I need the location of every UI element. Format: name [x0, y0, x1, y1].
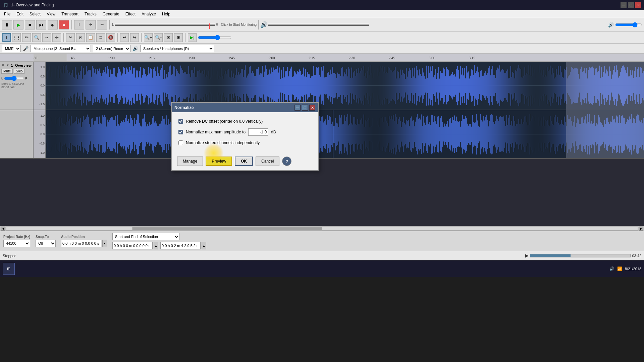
close-button[interactable]: ✕ — [635, 2, 641, 8]
zoom-tool[interactable]: 🔍 — [32, 33, 41, 42]
empty-area — [0, 159, 644, 226]
maximize-button[interactable]: □ — [628, 2, 634, 8]
zoom-sel-button[interactable]: ⊞ — [174, 33, 183, 42]
system-tray: 🔊 📶 8/21/2018 — [609, 266, 641, 271]
normalize-amp-checkbox[interactable] — [178, 130, 183, 134]
position-up[interactable]: ▲ — [102, 240, 107, 247]
play-sel-button[interactable]: ▶| — [188, 33, 197, 42]
menu-generate[interactable]: Generate — [100, 11, 122, 17]
status-text: Stopped. — [3, 254, 17, 258]
host-select[interactable]: MME — [2, 45, 21, 52]
microphone-select[interactable]: Microphone (2- Sound Bla — [31, 45, 91, 52]
menu-help[interactable]: Help — [159, 11, 173, 17]
help-button[interactable]: ? — [282, 157, 291, 166]
scrollbar-track[interactable] — [6, 227, 638, 231]
time-shift-tool[interactable]: ↔ — [42, 33, 51, 42]
tray-network[interactable]: 📶 — [617, 266, 622, 271]
rate-select[interactable]: 44100 — [3, 240, 30, 247]
dialog-title: Normalize — [174, 105, 194, 110]
menu-edit[interactable]: Edit — [14, 11, 26, 17]
next-button[interactable]: ⏭ — [48, 20, 58, 29]
trim-button[interactable]: ⊐ — [96, 33, 105, 42]
draw-tool[interactable]: ✏ — [97, 20, 107, 29]
cursor-tool[interactable]: I — [2, 33, 11, 42]
selection-type-select[interactable]: Start and End of Selection — [112, 233, 179, 240]
zoom-fit-button[interactable]: ⊡ — [164, 33, 173, 42]
channels-select[interactable]: 2 (Stereo) Recor — [93, 45, 130, 52]
menu-effect[interactable]: Effect — [123, 11, 138, 17]
undo-button[interactable]: ↩ — [120, 33, 129, 42]
dialog-buttons: Manage Preview OK Cancel ? — [172, 154, 318, 170]
envelope-tool[interactable]: ⋮⋮ — [12, 33, 21, 42]
taskbar: ⊞ 🔊 📶 8/21/2018 — [0, 260, 644, 277]
menu-select[interactable]: Select — [27, 11, 43, 17]
selection-start-marker — [333, 110, 333, 158]
scroll-left-button[interactable]: ◀ — [1, 227, 5, 231]
zoom-in-button[interactable]: 🔍+ — [144, 33, 153, 42]
menu-view[interactable]: View — [44, 11, 58, 17]
menu-tracks[interactable]: Tracks — [82, 11, 99, 17]
dc-offset-checkbox[interactable] — [178, 119, 183, 124]
playback-progress-bar[interactable] — [530, 254, 631, 257]
copy-button[interactable]: ⎘ — [76, 33, 85, 42]
dialog-close-button[interactable]: ✕ — [309, 105, 315, 111]
dialog-minimize-button[interactable]: ─ — [294, 105, 301, 111]
position-input[interactable] — [61, 240, 101, 247]
multi-tool-btn[interactable]: ✛ — [52, 33, 61, 42]
main-track-area: ✕ ▾ 1- Overview Mute Solo L R Stereo, 44… — [0, 62, 644, 159]
dc-offset-row: Remove DC offset (center on 0.0 vertical… — [178, 119, 311, 124]
preview-button[interactable]: Preview — [206, 157, 232, 166]
bottom-play-button[interactable]: ▶ — [525, 253, 529, 258]
track-close-1[interactable]: ✕ — [1, 63, 4, 67]
paste-button[interactable]: 📋 — [86, 33, 95, 42]
snap-label: Snap-To — [36, 235, 56, 239]
playback-speed[interactable] — [198, 35, 231, 40]
redo-button[interactable]: ↪ — [130, 33, 139, 42]
sel-start-up[interactable]: ▲ — [154, 242, 158, 249]
app-icon: 🎵 — [3, 2, 8, 8]
silence-button[interactable]: 🔇 — [106, 33, 115, 42]
snap-select[interactable]: Off — [36, 240, 56, 247]
pan-slider-1[interactable] — [4, 76, 24, 81]
cancel-button[interactable]: Cancel — [256, 157, 279, 166]
play-button[interactable]: ▶ — [13, 20, 23, 29]
minimize-button[interactable]: ─ — [621, 2, 627, 8]
volume-slider[interactable] — [615, 22, 642, 27]
menu-file[interactable]: File — [1, 11, 13, 17]
bottom-transport: ▶ 03:42 — [525, 253, 641, 258]
record-button[interactable]: ● — [59, 20, 69, 29]
prev-button[interactable]: ⏮ — [36, 20, 46, 29]
stop-button[interactable]: ■ — [25, 20, 35, 29]
menu-analyze[interactable]: Analyze — [139, 11, 159, 17]
amplitude-input[interactable] — [248, 128, 268, 136]
mute-button-1[interactable]: Mute — [1, 69, 13, 74]
zoom-out-button[interactable]: 🔍- — [154, 33, 163, 42]
dialog-titlebar: Normalize ─ □ ✕ — [172, 103, 318, 112]
stereo-checkbox[interactable] — [178, 140, 183, 145]
solo-button-1[interactable]: Solo — [14, 69, 24, 74]
track-fold-1[interactable]: ▾ — [7, 63, 9, 67]
ruler-45: 45 — [71, 56, 74, 60]
cut-button[interactable]: ✂ — [66, 33, 75, 42]
sel-end-up[interactable]: ▲ — [202, 242, 206, 249]
volume-control: 🔊 — [608, 22, 642, 27]
track-vscale-1: 1.0 0.5 0.0 -0.5 -1.0 — [34, 62, 46, 110]
scroll-right-button[interactable]: ▶ — [639, 227, 643, 231]
sel-end-input[interactable] — [160, 242, 201, 249]
scrollbar-thumb[interactable] — [132, 227, 322, 230]
sel-start-input[interactable] — [112, 242, 153, 249]
menu-transport[interactable]: Transport — [59, 11, 81, 17]
draw-tool-btn[interactable]: ✏ — [22, 33, 31, 42]
normalize-amp-label: Normalize maximum amplitude to — [186, 130, 246, 134]
dialog-maximize-button[interactable]: □ — [302, 105, 308, 111]
speaker-select[interactable]: Speakers / Headphones (R) — [140, 45, 214, 52]
pause-button[interactable]: ⏸ — [2, 20, 12, 29]
multi-tool[interactable]: ✛ — [86, 20, 96, 29]
ruler-115: 1:15 — [148, 56, 155, 60]
start-button[interactable]: ⊞ — [3, 263, 15, 275]
position-group: Audio Position ▲ — [61, 235, 107, 247]
tray-volume[interactable]: 🔊 — [609, 266, 614, 271]
manage-button[interactable]: Manage — [177, 157, 203, 166]
ok-button[interactable]: OK — [235, 157, 253, 166]
selection-tool[interactable]: I — [74, 20, 84, 29]
